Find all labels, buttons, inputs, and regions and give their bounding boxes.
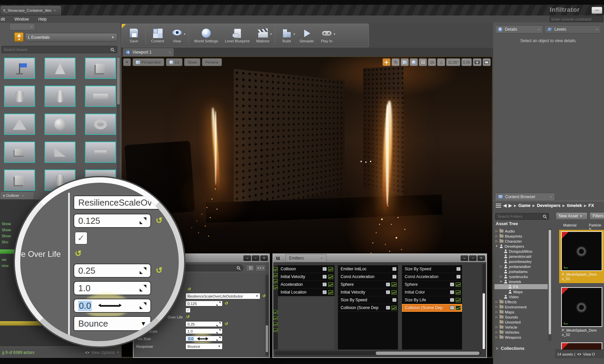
recently-placed-icon[interactable] bbox=[2, 32, 12, 42]
value-slider-icon[interactable] bbox=[217, 322, 221, 326]
chevron-right-icon[interactable]: ▷ bbox=[495, 305, 498, 308]
reset-icon[interactable]: ↺ bbox=[186, 314, 190, 319]
curve-graph-icon[interactable] bbox=[274, 279, 278, 283]
close-button[interactable]: × bbox=[260, 255, 268, 261]
constant-value-field[interactable]: 0.125 bbox=[185, 301, 223, 306]
scene-outliner-tab[interactable]: e Outliner × bbox=[0, 191, 34, 200]
tree-item-fx[interactable]: FX bbox=[494, 284, 548, 289]
module-checkbox[interactable]: ✓ bbox=[386, 306, 390, 310]
tree-item-ryanbrucks[interactable]: ▷ryanbrucks bbox=[494, 274, 548, 279]
numeric-field-zoomed[interactable]: 0.125 bbox=[74, 214, 151, 228]
module-checkbox[interactable]: ✓ bbox=[456, 267, 461, 271]
preview-button[interactable]: Preview bbox=[202, 58, 222, 66]
curve-graph-icon[interactable] bbox=[456, 282, 461, 287]
reset-icon[interactable]: ↺ bbox=[156, 216, 163, 225]
viewport-tab[interactable]: Viewport 1 × bbox=[123, 48, 174, 57]
tree-item-jordanwalker[interactable]: ▷jordanwalker bbox=[494, 264, 548, 269]
tree-item-maps[interactable]: Maps bbox=[494, 289, 548, 294]
chevron-down-icon[interactable]: ▼ bbox=[495, 245, 498, 248]
placeable-asset-wedge[interactable] bbox=[45, 142, 76, 163]
module-checkbox[interactable]: ✓ bbox=[392, 267, 397, 271]
curve-graph-icon[interactable] bbox=[328, 267, 333, 271]
emitter-module-initial-color[interactable]: Initial Color✓ bbox=[402, 289, 462, 296]
module-checkbox[interactable]: ✓ bbox=[386, 290, 390, 294]
module-checkbox[interactable]: ✓ bbox=[450, 282, 454, 286]
tab-details[interactable]: i Details × bbox=[495, 25, 543, 33]
details-visibility-button[interactable]: ▼ bbox=[256, 265, 266, 271]
module-checkbox[interactable]: ✓ bbox=[322, 290, 327, 294]
tree-item-sounds[interactable]: ▷Sounds bbox=[494, 314, 548, 320]
filters-button[interactable]: Filters ▼ bbox=[589, 212, 604, 220]
chevron-right-icon[interactable]: ▷ bbox=[495, 240, 498, 243]
maximize-viewport-button[interactable] bbox=[483, 58, 491, 66]
world-settings-button[interactable]: World Settings bbox=[192, 27, 221, 44]
tree-item-jameskincaid[interactable]: jameskincaid bbox=[494, 254, 548, 259]
module-checkbox[interactable]: ✓ bbox=[392, 298, 397, 302]
curve-graph-icon[interactable] bbox=[274, 267, 278, 271]
build-button[interactable]: ▼Build bbox=[278, 27, 295, 44]
rotate-tool-button[interactable]: ↻ bbox=[392, 58, 400, 66]
chevron-right-icon[interactable]: ▷ bbox=[495, 331, 498, 334]
module-checkbox[interactable]: ✓ bbox=[386, 282, 390, 286]
camera-speed-button[interactable] bbox=[473, 58, 482, 66]
view-options-button[interactable]: View Options ▼ bbox=[85, 350, 119, 355]
search-assets-input[interactable] bbox=[1, 46, 117, 53]
value-slider-icon[interactable] bbox=[140, 217, 146, 224]
console-command-input[interactable] bbox=[550, 16, 603, 22]
tree-item-unsorted[interactable]: Unsorted bbox=[494, 320, 548, 325]
tree-item-environment[interactable]: ▷Environment bbox=[494, 304, 548, 309]
placeable-asset-pyramid[interactable] bbox=[4, 114, 35, 135]
menu-item-dit[interactable]: dit bbox=[1, 17, 5, 22]
view-options-label[interactable]: View O bbox=[583, 352, 595, 356]
module-checkbox[interactable]: ✓ bbox=[450, 298, 454, 302]
value-slider-icon[interactable] bbox=[217, 302, 221, 306]
grid-snap-value[interactable]: 16 bbox=[428, 58, 436, 66]
emitter-module-initial-location[interactable]: Initial Location✓ bbox=[278, 289, 335, 296]
emitter-module-initial-velocity[interactable]: Initial Velocity✓ bbox=[278, 273, 335, 281]
collections-header[interactable]: ▷ Collections bbox=[496, 346, 524, 351]
maximize-button[interactable]: ▫ bbox=[469, 255, 477, 261]
minimize-button[interactable]: — bbox=[592, 7, 602, 14]
reset-icon[interactable]: ↺ bbox=[225, 301, 228, 306]
emitter-module-collision[interactable]: Collision✓ bbox=[278, 265, 335, 273]
viewport-options-button[interactable]: ▼ bbox=[123, 58, 131, 66]
asset-tile-partial[interactable] bbox=[559, 341, 604, 350]
placement-category-icon[interactable] bbox=[14, 32, 24, 42]
minimize-button[interactable]: – bbox=[243, 255, 251, 261]
emitter-module-emitter-initloc[interactable]: Emitter InitLoc✓ bbox=[338, 265, 398, 273]
placeable-asset-block[interactable] bbox=[4, 142, 35, 163]
emitter-module-initial-velocity[interactable]: Initial Velocity✓ bbox=[338, 289, 398, 296]
placeable-asset-cube[interactable] bbox=[4, 170, 35, 191]
emitters-hscrollbar[interactable] bbox=[275, 351, 481, 355]
simulate-button[interactable]: Simulate bbox=[297, 27, 317, 44]
asset-tile-selected[interactable]: P_MeshSplash_Dem o_01 bbox=[559, 230, 604, 283]
close-button[interactable]: × bbox=[478, 255, 485, 261]
numeric-field[interactable]: 0.25 bbox=[185, 321, 223, 327]
emitter-module-size-by-life[interactable]: Size By Life✓ bbox=[402, 296, 462, 304]
tree-item-maps[interactable]: ▷Maps bbox=[494, 309, 548, 314]
curve-graph-icon[interactable] bbox=[274, 285, 278, 289]
minimize-button[interactable]: – bbox=[461, 255, 468, 261]
tree-item-dongsubwoo[interactable]: DongsubWoo bbox=[494, 249, 548, 254]
lit-button[interactable]: Lit bbox=[166, 58, 182, 66]
close-icon[interactable]: × bbox=[54, 8, 56, 12]
document-tab[interactable]: X_Showcase_Container_Atm × bbox=[0, 5, 61, 16]
new-asset-button[interactable]: New Asset ▼ bbox=[556, 212, 587, 220]
chevron-right-icon[interactable]: ▷ bbox=[495, 235, 498, 238]
curve-graph-icon[interactable] bbox=[328, 290, 333, 295]
placeable-asset-capsule[interactable] bbox=[45, 86, 76, 107]
placeable-asset-plane[interactable] bbox=[85, 86, 116, 107]
history-icon[interactable] bbox=[496, 204, 501, 208]
curve-graph-icon[interactable] bbox=[274, 310, 278, 314]
emitter-module-size-by-speed[interactable]: Size By Speed✓ bbox=[402, 265, 462, 273]
content-button[interactable]: Content bbox=[148, 27, 167, 44]
back-icon[interactable]: ◀ bbox=[503, 203, 507, 208]
angle-snap-value[interactable]: 11.25° bbox=[446, 58, 460, 66]
response-dropdown[interactable]: Bounce ▼ bbox=[185, 343, 223, 350]
tree-item-jasonbeasley[interactable]: jasonbeasley bbox=[494, 259, 548, 264]
tree-item-vehicles[interactable]: ▷Vehicles bbox=[494, 330, 548, 335]
tab-levels[interactable]: Levels × bbox=[544, 25, 601, 33]
placeable-asset-sphere[interactable] bbox=[45, 114, 76, 135]
chevron-right-icon[interactable]: ▷ bbox=[499, 275, 502, 278]
asset-tree-scrollbar[interactable] bbox=[548, 229, 551, 341]
